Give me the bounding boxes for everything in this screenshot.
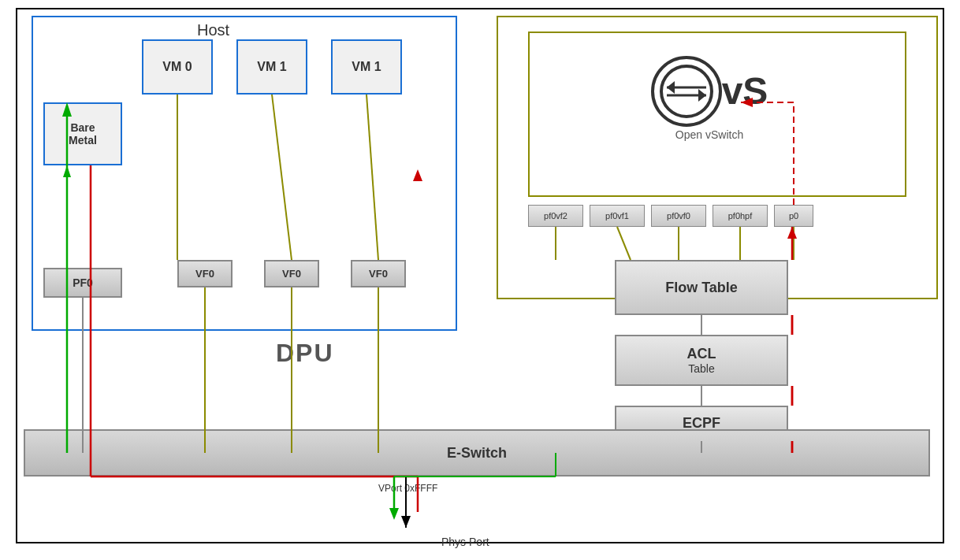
flow-table-box: Flow Table [615,260,788,315]
port-pf0hpf: pf0hpf [713,205,768,227]
port-pf0vf0: pf0vf0 [651,205,706,227]
vport-label: VPort 0xFFFF [378,483,437,494]
host-label: Host [191,21,236,39]
acl-table-box: ACL Table [615,335,788,386]
phys-port-label: Phys Port [441,536,489,548]
ovs-vs-text: vS [722,72,768,110]
port-pf0vf2: pf0vf2 [528,205,583,227]
diagram: DPU Host ARM vS Op [0,0,960,560]
dpu-label: DPU [276,339,334,368]
vm1a-box: VM 1 [236,39,307,95]
port-pf0vf1: pf0vf1 [590,205,645,227]
vm1b-box: VM 1 [331,39,402,95]
bare-metal-box: Bare Metal [43,102,122,165]
port-p0: p0 [774,205,813,227]
vm0-box: VM 0 [142,39,213,95]
pf0-box: PF0 [43,268,122,298]
vf0a-box: VF0 [177,260,233,287]
vf0c-box: VF0 [351,260,406,287]
svg-point-0 [661,66,712,117]
ovs-circle-icon [651,56,722,127]
ovs-subtitle: Open vSwitch [675,128,743,141]
ovs-logo: vS Open vSwitch [591,47,828,150]
eswitch-box: E-Switch [24,429,930,477]
vf0b-box: VF0 [264,260,319,287]
